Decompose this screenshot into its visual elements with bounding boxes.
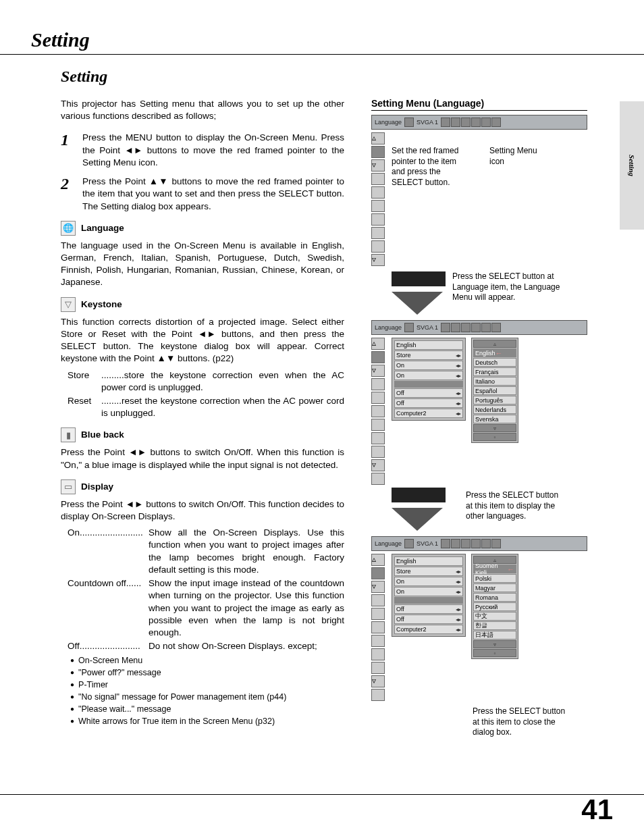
display-on-body: Show all the On-Screen Displays. Use thi… [149,527,344,576]
lang-item: Português [473,396,516,405]
bullet-dot-icon: ● [70,679,74,691]
left-column: This projector has Setting menu that all… [61,98,344,738]
diagram-3: ▵ ▿ ▿ English Store◂▸ [371,554,574,738]
right-title: Setting Menu (Language) [371,98,587,111]
bullet-dot-icon: ● [70,704,74,715]
display-countdown-row: Countdown off...... Show the input image… [61,577,344,639]
menu-bar-2-mode: SVGA 1 [417,324,438,331]
side-icon-column: ▵ ▿ ▿ [371,132,386,266]
side-icon: ▿ [371,365,385,377]
step-2-number: 2 [61,176,73,213]
panel-row: Store◂▸ [394,350,463,360]
menu-icon [471,323,481,332]
down-arrow-icon [392,292,443,315]
menu-icon [491,323,501,332]
side-icon [371,213,385,226]
side-icon [371,186,385,199]
side-icon [371,446,385,458]
section-title: Setting [61,68,587,86]
side-icon [371,432,385,444]
black-bar [392,271,446,286]
side-icon [371,227,385,239]
side-icon: ▵ [371,554,385,566]
arrows-icon: ◂▸ [456,606,461,613]
diagram-1: ▵ ▿ ▿ Set the red framed pointer to the … [371,132,574,320]
bullet-item: ●White arrows for True item in the Scree… [70,716,344,727]
menu-bar-3-mode: SVGA 1 [417,540,438,547]
keystone-label: Keystone [81,298,122,311]
panel-row: Computer2◂▸ [394,409,463,418]
panel-row-text: Off [396,390,404,396]
panel-row-text: On [396,588,404,595]
menu-icon [441,118,450,127]
side-icon [371,378,385,390]
side-tab: Setting [620,101,644,230]
keystone-store-body: .........store the keystone correction e… [101,369,344,394]
arrows-icon: ◂▸ [456,363,461,369]
lang-item: 한글 [473,621,516,630]
side-icon: ▵ [371,338,385,350]
caption-3: Press the SELECT button at Language item… [452,269,567,320]
bullet-text: On-Screen Menu [78,655,142,667]
bullet-item: ●P-Timer [70,679,344,691]
step-2-body: Press the Point ▲▼ buttons to move the r… [82,176,344,213]
language-label: Language [81,222,124,234]
panel-row: Off◂▸ [394,388,463,398]
side-icon: ▿ [371,581,385,593]
display-countdown-body: Show the input image instead of the coun… [149,577,344,639]
display-countdown-term: Countdown off...... [61,577,149,639]
two-column-layout: This projector has Setting menu that all… [61,98,587,738]
arrows-icon: ◂▸ [456,627,461,633]
menu-bar-3: Language SVGA 1 [371,536,587,551]
display-off-row: Off........................ Do not show … [61,640,344,652]
side-icon [371,567,385,579]
bullet-text: "Power off?" message [78,667,161,679]
menu-icon [461,323,471,332]
display-paragraph: Press the Point ◄► buttons to switch On/… [61,498,344,523]
arrows-icon: ◂▸ [456,411,461,417]
menu-bar-3-label: Language [375,540,402,547]
display-countdown-dots: ...... [126,578,142,588]
blueback-icon: ▮ [61,427,76,442]
side-icon [371,689,385,701]
display-heading: ▭ Display [61,479,344,494]
display-label: Display [81,481,113,493]
menu-icon [481,323,491,332]
scroll-down-icon: ▿ [473,640,516,648]
blueback-heading: ▮ Blue back [61,427,344,442]
bullet-dot-icon: ● [70,655,74,667]
keystone-reset-term: Reset [61,395,101,419]
menu-icon [491,118,501,127]
language-list-2: ▵ Suomen Kieli ← Polski Magyar Romana Ру… [471,554,518,659]
lang-text: English [475,350,495,357]
side-icon [371,662,385,674]
side-icon-column: ▵ ▿ ▿ [371,554,386,701]
panel-row: Off◂▸ [394,604,463,614]
pointer-arrow-icon: ← [507,565,514,573]
display-off-term-text: Off [68,641,80,651]
lang-item: Nederlands [473,405,516,414]
arrows-icon: ◂▸ [456,589,461,595]
diagram-3-row: ▵ ▿ ▿ English Store◂▸ [371,554,574,701]
keystone-reset-row: Reset ........reset the keystone correct… [61,395,344,419]
content-area: Setting This projector has Setting menu … [61,68,587,738]
panel-row-text: On [396,372,404,379]
side-icon: ▿ [371,159,385,172]
side-tab-label: Setting [628,155,636,176]
arrows-icon: ◂▸ [456,617,461,623]
lang-item: Français [473,367,516,376]
arrows-icon: ◂▸ [456,353,461,359]
intro-paragraph: This projector has Setting menu that all… [61,98,344,122]
bullet-text: P-Timer [78,679,108,691]
side-icon [371,351,385,363]
bullet-item: ●"Please wait..." message [70,704,344,715]
settings-panel-1: English Store◂▸ On◂▸ On◂▸ Off◂▸ Off◂▸ Co… [392,338,466,421]
language-list-1: ▵ English ← Deutsch Français Italiano Es… [471,338,518,443]
panel-row [394,597,463,604]
lang-item: Magyar [473,583,516,592]
blueback-label: Blue back [81,429,124,441]
display-off-body: Do not show On-Screen Displays. except; [149,640,344,652]
display-on-row: On......................... Show all the… [61,527,344,576]
side-icon: ▿ [371,254,385,266]
panel-row: Off◂▸ [394,615,463,624]
